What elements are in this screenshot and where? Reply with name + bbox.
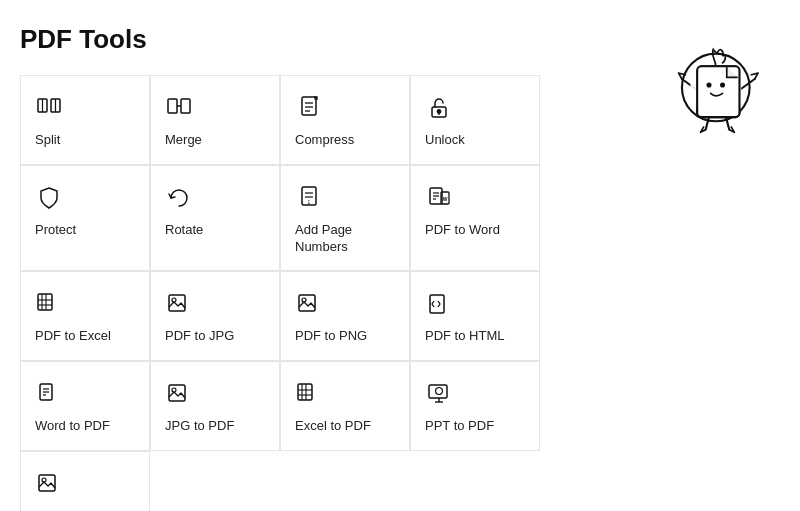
tool-split-label: Split [35, 132, 60, 149]
tool-protect[interactable]: Protect [20, 165, 150, 271]
pdf-to-jpg-icon [165, 290, 193, 318]
tool-add-page-numbers-label: Add Page Numbers [295, 222, 395, 256]
svg-rect-50 [39, 475, 55, 491]
empty-cell-1 [150, 451, 280, 511]
svg-rect-5 [181, 99, 190, 113]
unlock-icon [425, 94, 453, 122]
tool-split[interactable]: Split [20, 75, 150, 165]
svg-text:W: W [443, 196, 448, 202]
tool-add-page-numbers[interactable]: 1 Add Page Numbers [280, 165, 410, 271]
tool-compress[interactable]: Compress [280, 75, 410, 165]
tool-word-to-pdf[interactable]: Word to PDF [20, 361, 150, 451]
tool-excel-to-pdf-label: Excel to PDF [295, 418, 371, 435]
tool-merge[interactable]: Merge [150, 75, 280, 165]
svg-rect-7 [302, 97, 316, 115]
empty-cell-2 [280, 451, 410, 511]
tool-pdf-to-png-label: PDF to PNG [295, 328, 367, 345]
tool-rotate-label: Rotate [165, 222, 203, 239]
mascot-area [650, 24, 780, 511]
tool-jpg-to-pdf-label: JPG to PDF [165, 418, 234, 435]
svg-point-62 [706, 82, 711, 87]
tool-png-to-pdf[interactable]: PNG to PDF [20, 451, 150, 511]
compress-icon [295, 94, 323, 122]
tool-pdf-to-png[interactable]: PDF to PNG [280, 271, 410, 361]
svg-line-56 [739, 79, 754, 90]
pdf-to-excel-icon [35, 290, 63, 318]
word-to-pdf-icon [35, 380, 63, 408]
tool-pdf-to-html[interactable]: PDF to HTML [410, 271, 540, 361]
svg-point-63 [720, 82, 725, 87]
svg-rect-32 [299, 295, 315, 311]
ppt-to-pdf-icon [425, 380, 453, 408]
mascot-illustration [665, 24, 775, 134]
main-content: PDF Tools Split [20, 24, 650, 511]
png-to-pdf-icon [35, 470, 63, 498]
tool-word-to-pdf-label: Word to PDF [35, 418, 110, 435]
tool-pdf-to-jpg-label: PDF to JPG [165, 328, 234, 345]
svg-rect-39 [169, 385, 185, 401]
svg-point-13 [438, 110, 441, 113]
pdf-to-png-icon [295, 290, 323, 318]
tool-ppt-to-pdf-label: PPT to PDF [425, 418, 494, 435]
tool-ppt-to-pdf[interactable]: PPT to PDF [410, 361, 540, 451]
excel-to-pdf-icon [295, 380, 323, 408]
tool-pdf-to-word[interactable]: W PDF to Word [410, 165, 540, 271]
tool-pdf-to-word-label: PDF to Word [425, 222, 500, 239]
tool-jpg-to-pdf[interactable]: JPG to PDF [150, 361, 280, 451]
split-icon [35, 94, 63, 122]
tool-compress-label: Compress [295, 132, 354, 149]
page-title: PDF Tools [20, 24, 650, 55]
tool-pdf-to-excel-label: PDF to Excel [35, 328, 111, 345]
tool-protect-label: Protect [35, 222, 76, 239]
tool-pdf-to-jpg[interactable]: PDF to JPG [150, 271, 280, 361]
tool-pdf-to-html-label: PDF to HTML [425, 328, 504, 345]
svg-text:1: 1 [308, 199, 311, 205]
tool-pdf-to-excel[interactable]: PDF to Excel [20, 271, 150, 361]
empty-cell-3 [410, 451, 540, 511]
tool-excel-to-pdf[interactable]: Excel to PDF [280, 361, 410, 451]
page-container: PDF Tools Split [0, 0, 800, 511]
tools-grid: Split Merge [20, 75, 650, 511]
svg-point-49 [436, 387, 443, 394]
tool-unlock[interactable]: Unlock [410, 75, 540, 165]
merge-icon [165, 94, 193, 122]
jpg-to-pdf-icon [165, 380, 193, 408]
svg-rect-46 [429, 385, 447, 398]
pdf-to-html-icon [425, 290, 453, 318]
tool-merge-label: Merge [165, 132, 202, 149]
svg-rect-41 [298, 384, 312, 400]
pdf-to-word-icon: W [425, 184, 453, 212]
protect-icon [35, 184, 63, 212]
svg-rect-30 [169, 295, 185, 311]
tool-unlock-label: Unlock [425, 132, 465, 149]
svg-rect-25 [38, 294, 52, 310]
tool-rotate[interactable]: Rotate [150, 165, 280, 271]
add-page-numbers-icon: 1 [295, 184, 323, 212]
svg-rect-4 [168, 99, 177, 113]
rotate-icon [165, 184, 193, 212]
